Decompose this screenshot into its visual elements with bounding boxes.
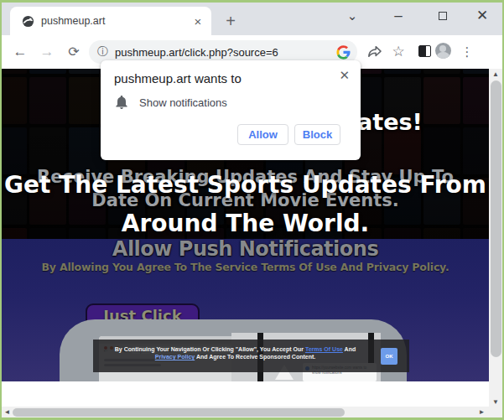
window-minimize-button[interactable]: –	[388, 6, 408, 26]
browser-window: pushmeup.art × + ⌄ – ✕ ← → ⟳ ⓘ pushmeup.…	[0, 0, 504, 420]
fine-print-text: And	[343, 346, 356, 352]
bell-icon	[116, 96, 127, 109]
side-panel-icon[interactable]	[415, 43, 434, 61]
back-icon[interactable]: ←	[10, 42, 30, 62]
privacy-policy-link[interactable]: Privacy Policy	[155, 354, 195, 360]
window-maximize-button[interactable]	[433, 6, 453, 26]
horizontal-scrollbar[interactable]: ◄ ►	[2, 407, 489, 417]
terms-of-use-link[interactable]: Terms Of Use	[305, 346, 343, 352]
page-bottom-whitespace	[2, 381, 489, 407]
google-g-icon[interactable]	[336, 45, 351, 60]
headline-line-2: Around The World.	[2, 210, 489, 237]
scrollbar-corner	[489, 407, 502, 417]
terms-line: By Allowing You Agree To The Service Ter…	[2, 261, 489, 273]
menu-dots-icon[interactable]: ⋮	[458, 43, 476, 61]
horizontal-scroll-thumb[interactable]	[13, 408, 345, 417]
background-headline-fragment: ates!	[357, 109, 423, 135]
vertical-scroll-thumb[interactable]	[491, 80, 501, 357]
fine-print-text: And Agree To Receive Sponsored Content.	[195, 354, 315, 360]
mock-ok-button[interactable]: OK	[381, 348, 397, 365]
scroll-left-icon[interactable]: ◄	[2, 407, 13, 417]
page-info-icon[interactable]: ⓘ	[97, 44, 108, 60]
tab-pushmeup[interactable]: pushmeup.art ×	[10, 7, 211, 35]
fine-print-text: By Continuing Your Navigation Or Clickin…	[115, 346, 305, 352]
scroll-up-icon[interactable]: ▲	[489, 69, 502, 80]
forward-icon[interactable]: →	[37, 42, 57, 62]
reload-icon[interactable]: ⟳	[64, 42, 84, 62]
bookmark-star-icon[interactable]: ☆	[389, 43, 408, 61]
vertical-scrollbar[interactable]: ▲ ▼	[489, 69, 502, 407]
fine-print-overlay: By Continuing Your Navigation Or Clickin…	[93, 340, 409, 372]
block-button[interactable]: Block	[294, 124, 340, 145]
new-tab-button[interactable]: +	[220, 10, 242, 32]
window-close-button[interactable]: ✕	[472, 6, 492, 26]
push-banner-section: Allow Push Notifications By Allowing You…	[2, 239, 489, 381]
dialog-title: pushmeup.art wants to	[114, 71, 242, 86]
window-chevron-icon[interactable]: ⌄	[342, 6, 362, 26]
tab-title: pushmeup.art	[41, 15, 191, 27]
scroll-right-icon[interactable]: ►	[476, 407, 487, 417]
tab-close-icon[interactable]: ×	[191, 15, 205, 28]
profile-avatar[interactable]	[434, 43, 452, 61]
dialog-close-icon[interactable]: ✕	[339, 68, 350, 83]
globe-favicon-icon	[22, 15, 34, 28]
headline-line-1: Get The Latest Sports Updates From	[2, 171, 489, 199]
url-text[interactable]: pushmeup.art/click.php?source=6	[115, 46, 336, 59]
push-subheadline: Allow Push Notifications	[2, 239, 489, 261]
tab-strip: pushmeup.art × + ⌄ – ✕	[2, 3, 502, 35]
allow-button[interactable]: Allow	[237, 124, 288, 145]
share-icon[interactable]	[365, 43, 383, 61]
notification-permission-dialog: ✕ pushmeup.art wants to Show notificatio…	[101, 60, 361, 160]
permission-label: Show notifications	[139, 96, 227, 109]
